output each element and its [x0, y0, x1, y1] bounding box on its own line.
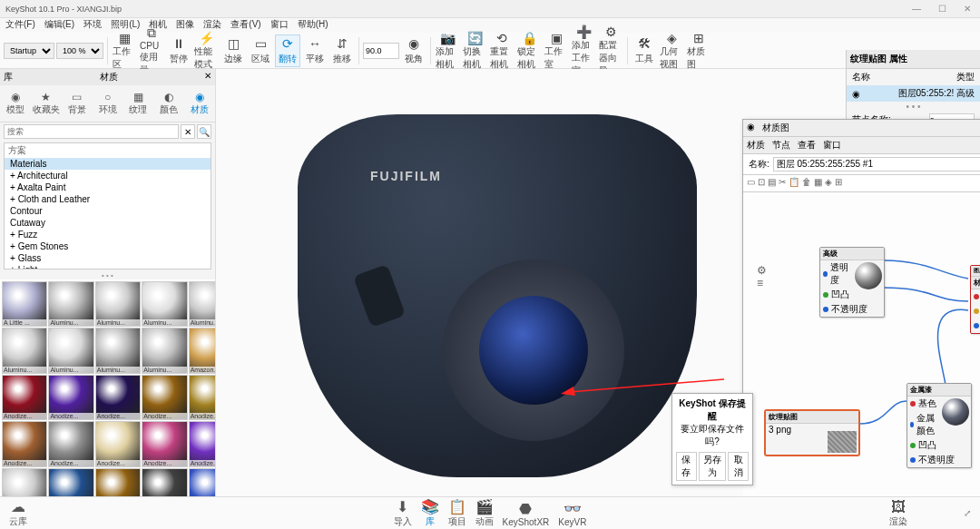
tb-region[interactable]: ▭区域 [248, 34, 273, 67]
maximize-icon[interactable]: ☐ [935, 4, 949, 14]
menu-item[interactable]: 图像 [176, 18, 194, 33]
tab-bg[interactable]: ▭背景 [62, 89, 93, 118]
material-thumb[interactable]: Aluminu... [189, 281, 215, 327]
material-thumb[interactable]: Aluminu... [142, 281, 187, 327]
tb-dolly[interactable]: ⇵推移 [329, 34, 355, 67]
search-icon[interactable]: 🔍 [197, 124, 211, 139]
cat-item[interactable]: Contour [5, 205, 211, 217]
cat-item[interactable]: Cutaway [5, 217, 211, 229]
search-input[interactable] [4, 124, 179, 139]
material-thumb[interactable]: Anodize... [189, 421, 215, 466]
tb-resetcam[interactable]: ⟲重置相机 [489, 34, 514, 67]
mg-menu[interactable]: 节点 [772, 139, 790, 152]
angle-input[interactable] [363, 43, 399, 59]
menu-item[interactable]: 编辑(E) [44, 18, 74, 33]
material-thumb[interactable]: Aluminu... [48, 328, 93, 373]
material-thumb[interactable]: Anodize... [95, 421, 141, 466]
slider-icon[interactable]: ⚙≡ [757, 264, 767, 289]
zoom-select[interactable]: 100 % [56, 43, 103, 59]
mg-header[interactable]: ◉ 材质图 [743, 120, 980, 137]
material-thumb[interactable]: Anodize... [142, 375, 187, 420]
menu-item[interactable]: 窗口 [270, 18, 289, 33]
material-thumb[interactable]: Aluminu... [95, 328, 141, 373]
cat-item[interactable]: + Architectural [5, 170, 211, 181]
bb-xr[interactable]: ⬣KeyShotXR [503, 500, 550, 527]
mg-menu[interactable]: 窗口 [823, 139, 841, 152]
rp-entry[interactable]: ◉图层05:255:2! 高级 [847, 85, 980, 102]
cat-item[interactable]: + Gem Stones [5, 240, 211, 252]
tb-pan[interactable]: ↔平移 [302, 34, 328, 67]
tab-fav[interactable]: ★收藏夹 [31, 89, 62, 118]
menu-item[interactable]: 帮助(H) [298, 18, 328, 33]
mg-name-input[interactable] [773, 157, 980, 171]
material-thumb[interactable]: Anodize... [142, 421, 187, 466]
tab-color[interactable]: ◐颜色 [153, 89, 184, 118]
material-thumb[interactable]: Aluminu... [142, 328, 187, 373]
tab-model[interactable]: ◉模型 [0, 89, 31, 118]
bb-project[interactable]: 📋项目 [448, 498, 466, 528]
tool-icon[interactable]: ◈ [825, 177, 832, 190]
workspace-select[interactable]: Startup [4, 43, 54, 59]
tb-matgraph[interactable]: ⊞材质图 [686, 34, 711, 67]
panel-close-icon[interactable]: ✕ [204, 71, 211, 83]
menu-item[interactable]: 查看(V) [230, 18, 260, 33]
bb-anim[interactable]: 🎬动画 [475, 498, 494, 528]
tab-env[interactable]: ○环境 [93, 89, 123, 118]
tool-icon[interactable]: ▤ [768, 177, 776, 190]
saveas-button[interactable]: 另存为 [699, 452, 726, 481]
material-thumb[interactable]: A Little ... [2, 281, 47, 327]
tool-icon[interactable]: ▭ [747, 177, 755, 190]
render-viewport[interactable]: FUJIFILM ◉ 材质图 材质 节点 查看 窗口 名称: ▭⊡▤✂📋🗑▦◈⊞… [216, 69, 980, 529]
bb-import[interactable]: ⬇导入 [394, 498, 412, 528]
bb-cloud[interactable]: ☁云库 [9, 498, 27, 528]
tool-icon[interactable]: 📋 [789, 177, 799, 190]
bb-library[interactable]: 📚库 [421, 498, 439, 528]
mg-menu[interactable]: 查看 [798, 139, 816, 152]
bb-vr[interactable]: 👓KeyVR [558, 500, 586, 527]
node-texture[interactable]: 纹理贴图 3 png [765, 410, 859, 456]
material-thumb[interactable]: Anodize... [2, 421, 47, 466]
menu-item[interactable]: 文件(F) [5, 18, 35, 33]
mg-canvas[interactable]: 高级 透明度 凹凸 不透明度 图层05:255:255:255 #1 材质 表面… [743, 192, 980, 496]
tb-addstudio[interactable]: ➕添加工作室 [571, 34, 596, 67]
tool-icon[interactable]: 🗑 [802, 177, 811, 190]
node-metal[interactable]: 金属漆 基色 金属颜色 凹凸 不透明度 [906, 383, 972, 468]
tool-icon[interactable]: ✂ [779, 177, 786, 190]
category-tree[interactable]: 方案 Materials + Architectural + Axalta Pa… [4, 142, 211, 269]
tb-view[interactable]: ◉视角 [401, 34, 426, 67]
material-thumb[interactable]: Anodize... [48, 421, 93, 466]
material-thumb[interactable]: Amazon... [189, 328, 215, 373]
search-clear-icon[interactable]: ✕ [181, 124, 195, 139]
material-graph-window[interactable]: ◉ 材质图 材质 节点 查看 窗口 名称: ▭⊡▤✂📋🗑▦◈⊞✚几何图形节点 [742, 119, 980, 477]
save-button[interactable]: 保存 [676, 452, 697, 481]
tb-switchcam[interactable]: 🔄切换相机 [462, 34, 487, 67]
bb-render[interactable]: 🖼渲染 [889, 499, 907, 528]
cat-item[interactable]: + Cloth and Leather [5, 193, 211, 205]
material-thumb[interactable]: Aluminu... [95, 281, 141, 327]
tb-addcam[interactable]: 📷添加相机 [435, 34, 460, 67]
tb-geom[interactable]: ◈几何视图 [659, 34, 684, 67]
tool-icon[interactable]: ⊡ [758, 177, 765, 190]
tb-tools[interactable]: 🛠工具 [632, 34, 657, 67]
tb-config[interactable]: ⚙配置器向导 [598, 34, 623, 67]
fullscreen-icon[interactable]: ⤢ [964, 508, 971, 518]
node-root[interactable]: 图层05:255:255:255 #1 材质 表面 几何体 标签 1 [970, 265, 980, 334]
tool-icon[interactable]: ▦ [814, 177, 822, 190]
node-advanced[interactable]: 高级 透明度 凹凸 不透明度 [819, 247, 885, 318]
menu-item[interactable]: 环境 [83, 18, 102, 33]
tb-lockcam[interactable]: 🔒锁定相机 [516, 34, 542, 67]
tb-pause[interactable]: ⏸暂停 [166, 34, 191, 67]
tb-workspace[interactable]: ▦工作区 [112, 34, 137, 67]
cat-item[interactable]: + Axalta Paint [5, 181, 211, 193]
tb-perf[interactable]: ⚡性能模式 [193, 34, 219, 67]
material-thumb[interactable]: Aluminu... [48, 281, 93, 327]
cat-item[interactable]: Materials [5, 158, 211, 170]
tb-edge[interactable]: ◫边缘 [220, 34, 246, 67]
cat-item[interactable]: + Fuzz [5, 229, 211, 240]
cancel-button[interactable]: 取消 [728, 452, 749, 481]
material-thumb[interactable]: Aluminu... [2, 328, 47, 373]
close-icon[interactable]: ✕ [960, 4, 975, 14]
tb-studio[interactable]: ▣工作室 [544, 34, 569, 67]
minimize-icon[interactable]: — [909, 4, 924, 14]
tool-icon[interactable]: ⊞ [835, 177, 842, 190]
